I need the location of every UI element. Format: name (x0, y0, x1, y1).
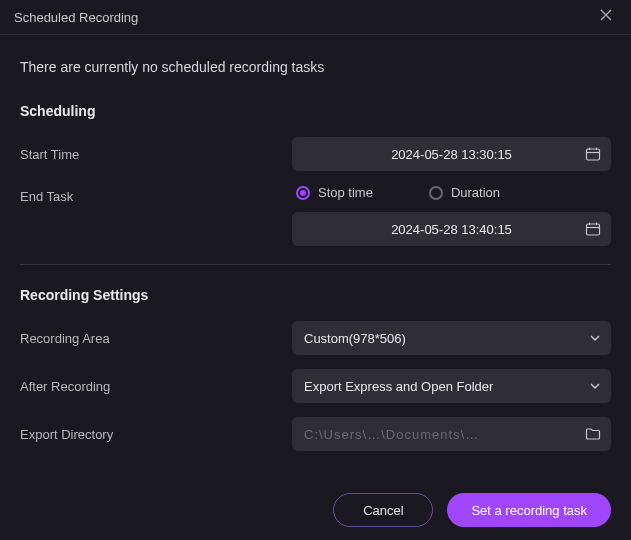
scheduling-heading: Scheduling (20, 103, 611, 119)
radio-stop-time-label: Stop time (318, 185, 373, 200)
export-directory-input[interactable]: C:\Users\…\Documents\… (292, 417, 611, 451)
set-recording-task-button[interactable]: Set a recording task (447, 493, 611, 527)
after-recording-value: Export Express and Open Folder (304, 379, 493, 394)
end-task-radio-group: Stop time Duration (292, 185, 611, 200)
recording-area-row: Recording Area Custom(978*506) (20, 321, 611, 355)
start-time-input[interactable]: 2024-05-28 13:30:15 (292, 137, 611, 171)
after-recording-select[interactable]: Export Express and Open Folder (292, 369, 611, 403)
end-task-row: End Task Stop time Duration 2024-05-28 1… (20, 185, 611, 246)
radio-duration-label: Duration (451, 185, 500, 200)
dialog-content: There are currently no scheduled recordi… (0, 35, 631, 481)
dialog-footer: Cancel Set a recording task (0, 481, 631, 527)
radio-icon (429, 186, 443, 200)
folder-icon[interactable] (585, 426, 601, 442)
radio-icon (296, 186, 310, 200)
recording-area-value: Custom(978*506) (304, 331, 406, 346)
section-divider (20, 264, 611, 265)
titlebar: Scheduled Recording (0, 0, 631, 35)
chevron-down-icon (589, 332, 601, 344)
recording-area-label: Recording Area (20, 331, 292, 346)
chevron-down-icon (589, 380, 601, 392)
radio-stop-time[interactable]: Stop time (296, 185, 373, 200)
end-task-label: End Task (20, 185, 292, 204)
after-recording-label: After Recording (20, 379, 292, 394)
export-directory-row: Export Directory C:\Users\…\Documents\… (20, 417, 611, 451)
calendar-icon[interactable] (585, 146, 601, 162)
stop-time-value: 2024-05-28 13:40:15 (391, 222, 512, 237)
radio-duration[interactable]: Duration (429, 185, 500, 200)
export-directory-value: C:\Users\…\Documents\… (304, 427, 479, 442)
start-time-label: Start Time (20, 147, 292, 162)
after-recording-row: After Recording Export Express and Open … (20, 369, 611, 403)
export-directory-label: Export Directory (20, 427, 292, 442)
svg-rect-0 (587, 149, 600, 160)
window-title: Scheduled Recording (14, 10, 138, 25)
calendar-icon[interactable] (585, 221, 601, 237)
status-message: There are currently no scheduled recordi… (20, 59, 611, 75)
close-icon[interactable] (595, 8, 617, 26)
cancel-button[interactable]: Cancel (333, 493, 433, 527)
svg-rect-1 (587, 224, 600, 235)
recording-settings-heading: Recording Settings (20, 287, 611, 303)
recording-area-select[interactable]: Custom(978*506) (292, 321, 611, 355)
stop-time-input[interactable]: 2024-05-28 13:40:15 (292, 212, 611, 246)
start-time-value: 2024-05-28 13:30:15 (391, 147, 512, 162)
start-time-row: Start Time 2024-05-28 13:30:15 (20, 137, 611, 171)
